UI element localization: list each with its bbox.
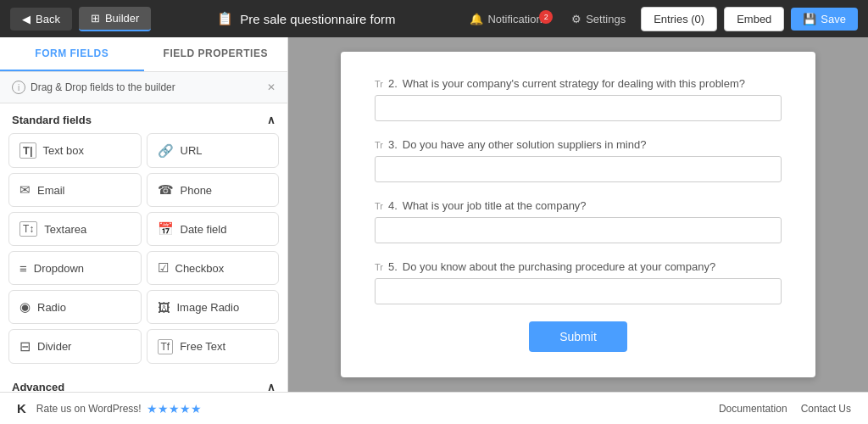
back-arrow-icon: ◀ [22, 13, 31, 25]
submit-button[interactable]: Submit [529, 321, 627, 352]
nav-right: 🔔 Notifications 2 ⚙ Settings Entries (0)… [461, 7, 858, 31]
field-item-url[interactable]: 🔗 URL [147, 133, 280, 168]
bottom-bar: K Rate us on WordPress! ★★★★★ Documentat… [0, 392, 868, 424]
field-item-checkbox[interactable]: ☑ Checkbox [147, 251, 280, 285]
q4-icon: Tr [375, 201, 383, 211]
bell-icon: 🔔 [470, 13, 483, 25]
question-3-label: Tr 3. Do you have any other solution sup… [375, 138, 782, 151]
rate-text: Rate us on WordPress! [36, 403, 142, 415]
builder-button[interactable]: ⊞ Builder [79, 7, 151, 31]
sidebar-tabs: FORM FIELDS FIELD PROPERTIES [0, 37, 287, 72]
question-4-input[interactable] [375, 217, 782, 243]
field-item-free-text[interactable]: Tf Free Text [147, 329, 280, 364]
phone-icon: ☎ [158, 182, 174, 198]
standard-fields-toggle[interactable] [267, 114, 275, 126]
field-label-phone: Phone [181, 184, 213, 197]
field-label-dropdown: Dropdown [34, 262, 84, 275]
field-label-url: URL [181, 144, 203, 157]
form-icon: 📋 [217, 11, 233, 26]
q3-icon: Tr [375, 140, 383, 150]
field-item-phone[interactable]: ☎ Phone [147, 173, 280, 207]
content-area: Tr 2. What is your company's current str… [288, 37, 868, 392]
drag-hint: i Drag & Drop fields to the builder ✕ [0, 72, 287, 103]
tab-form-fields[interactable]: FORM FIELDS [0, 37, 144, 71]
field-item-image-radio[interactable]: 🖼 Image Radio [147, 290, 280, 324]
field-label-checkbox: Checkbox [175, 262, 225, 275]
close-hint-icon[interactable]: ✕ [267, 81, 275, 93]
question-2-label: Tr 2. What is your company's current str… [375, 77, 782, 90]
field-label-textarea: Textarea [44, 223, 86, 236]
settings-button[interactable]: ⚙ Settings [563, 8, 634, 30]
save-icon: 💾 [803, 13, 816, 25]
field-label-text-box: Text box [43, 144, 84, 157]
star-rating[interactable]: ★★★★★ [147, 402, 202, 416]
checkbox-icon: ☑ [158, 260, 169, 276]
save-button[interactable]: 💾 Save [791, 8, 858, 31]
submit-row: Submit [375, 321, 782, 352]
field-label-radio: Radio [37, 301, 66, 314]
date-icon: 📅 [158, 221, 174, 237]
q2-icon: Tr [375, 79, 383, 89]
url-icon: 🔗 [158, 143, 174, 159]
documentation-link[interactable]: Documentation [719, 403, 787, 415]
image-radio-icon: 🖼 [158, 300, 170, 315]
tab-field-properties[interactable]: FIELD PROPERTIES [144, 37, 288, 71]
builder-icon: ⊞ [91, 12, 100, 25]
rate-section: K Rate us on WordPress! ★★★★★ [17, 401, 202, 416]
advanced-toggle[interactable] [267, 381, 275, 392]
divider-icon: ⊟ [19, 338, 31, 354]
question-2: Tr 2. What is your company's current str… [375, 77, 782, 121]
back-button[interactable]: ◀ Back [10, 8, 72, 31]
email-icon: ✉ [19, 182, 31, 198]
textarea-icon: T↕ [19, 221, 37, 237]
field-item-textarea[interactable]: T↕ Textarea [8, 212, 142, 246]
q5-icon: Tr [375, 262, 383, 272]
field-label-email: Email [37, 184, 65, 197]
field-item-dropdown[interactable]: ≡ Dropdown [8, 251, 142, 285]
page-title: 📋 Pre sale questionnaire form [158, 11, 454, 26]
standard-fields-header: Standard fields [0, 103, 287, 133]
field-item-date-field[interactable]: 📅 Date field [147, 212, 280, 246]
question-5: Tr 5. Do you know about the purchasing p… [375, 260, 782, 304]
field-label-image-radio: Image Radio [177, 301, 240, 314]
form-preview: Tr 2. What is your company's current str… [341, 52, 815, 377]
dropdown-icon: ≡ [19, 261, 27, 276]
field-label-divider: Divider [37, 340, 71, 353]
field-label-free-text: Free Text [180, 340, 225, 353]
contact-link[interactable]: Contact Us [801, 403, 851, 415]
entries-button[interactable]: Entries (0) [641, 7, 717, 31]
bottom-links: Documentation Contact Us [719, 403, 851, 415]
sidebar: FORM FIELDS FIELD PROPERTIES i Drag & Dr… [0, 37, 288, 392]
question-5-label: Tr 5. Do you know about the purchasing p… [375, 260, 782, 273]
question-2-input[interactable] [375, 95, 782, 121]
question-3: Tr 3. Do you have any other solution sup… [375, 138, 782, 182]
question-4-label: Tr 4. What is your job title at the comp… [375, 199, 782, 212]
notifications-button[interactable]: 🔔 Notifications 2 [461, 8, 556, 30]
question-4: Tr 4. What is your job title at the comp… [375, 199, 782, 243]
field-item-email[interactable]: ✉ Email [8, 173, 142, 207]
field-label-date: Date field [181, 223, 227, 236]
embed-button[interactable]: Embed [724, 7, 784, 31]
field-item-divider[interactable]: ⊟ Divider [8, 329, 142, 364]
gear-icon: ⚙ [571, 13, 581, 25]
info-icon: i [12, 81, 25, 94]
notification-badge: 2 [539, 10, 553, 24]
field-item-radio[interactable]: ◉ Radio [8, 290, 142, 324]
radio-icon: ◉ [19, 299, 31, 315]
advanced-header: Advanced [0, 372, 287, 392]
question-3-input[interactable] [375, 156, 782, 182]
k-logo: K [17, 401, 26, 416]
top-nav: ◀ Back ⊞ Builder 📋 Pre sale questionnair… [0, 0, 868, 37]
question-5-input[interactable] [375, 278, 782, 304]
main-area: FORM FIELDS FIELD PROPERTIES i Drag & Dr… [0, 37, 868, 392]
field-item-text-box[interactable]: T| Text box [8, 133, 142, 168]
text-box-icon: T| [19, 142, 36, 159]
free-text-icon: Tf [158, 339, 174, 354]
fields-grid: T| Text box 🔗 URL ✉ Email ☎ Phone T↕ Tex… [0, 133, 287, 372]
